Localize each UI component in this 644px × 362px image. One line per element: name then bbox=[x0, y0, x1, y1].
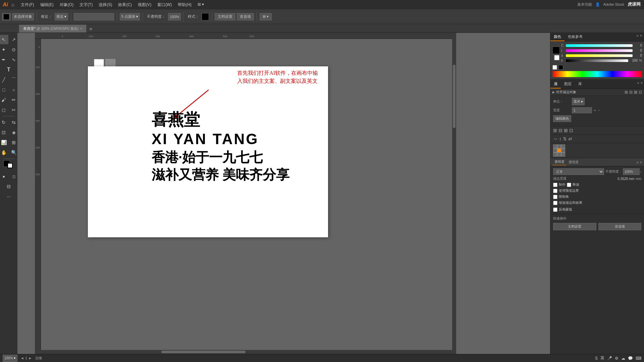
ref-pt-5[interactable] bbox=[557, 148, 561, 153]
blend-mode-select[interactable]: 正常 bbox=[553, 168, 604, 175]
prefs-btn[interactable]: 首选项 bbox=[237, 13, 254, 20]
grid-icon-3[interactable]: ⊠ bbox=[564, 128, 568, 133]
more-tools-icon[interactable]: ··· bbox=[4, 192, 13, 201]
minimize-panel-icon[interactable]: » bbox=[636, 34, 638, 41]
tab-swatch-ref[interactable]: 色板参考 bbox=[565, 33, 586, 41]
width-input[interactable] bbox=[572, 107, 592, 113]
black-swatch[interactable] bbox=[558, 65, 563, 70]
limit-corner-cb[interactable] bbox=[553, 195, 557, 199]
type-tool-icon[interactable]: T bbox=[4, 65, 13, 74]
swatch-white[interactable] bbox=[94, 59, 104, 67]
tab-layers[interactable]: 图层 bbox=[561, 80, 575, 88]
menu-help[interactable]: 帮助(H) bbox=[175, 1, 194, 8]
ref-pt-1[interactable] bbox=[553, 144, 557, 148]
tab-library[interactable]: 库 bbox=[575, 80, 585, 88]
channel-y-slider[interactable] bbox=[566, 54, 633, 57]
align-section-header[interactable]: ▶ 对齐描边对象 ⊞ ⊟ ⊠ ⊡ bbox=[550, 89, 644, 96]
reflect-tool-icon[interactable]: ⇆ bbox=[9, 118, 18, 127]
zoom-tool-icon[interactable]: 🔍 bbox=[9, 148, 18, 157]
menu-effect[interactable]: 效果(C) bbox=[115, 1, 135, 8]
ref-pt-6[interactable] bbox=[561, 148, 565, 153]
line-tool-icon[interactable]: ╱ bbox=[0, 75, 8, 84]
rotate-tool-icon[interactable]: ↻ bbox=[0, 118, 8, 127]
doc-settings-btn[interactable]: 文档设置 bbox=[215, 13, 235, 20]
tab-attr[interactable]: 属 bbox=[550, 80, 561, 88]
close-tab-btn[interactable]: × bbox=[80, 27, 82, 31]
artboard-tool-icon[interactable]: ⊟ bbox=[4, 182, 13, 191]
selection-tool-icon[interactable]: ↖ bbox=[0, 35, 8, 44]
trans-close-icon[interactable]: × bbox=[640, 160, 642, 164]
dist-icon-3[interactable]: ⇅ bbox=[563, 136, 567, 141]
color-mode-icon[interactable]: ■ bbox=[0, 172, 8, 181]
attr-close-icon[interactable]: × bbox=[641, 81, 643, 88]
align-dist-icon[interactable]: ⊠ bbox=[634, 90, 637, 95]
data-tool-icon[interactable]: ⊞ bbox=[9, 138, 18, 147]
decrement-icon[interactable]: − bbox=[598, 109, 600, 112]
trans-min-icon[interactable]: » bbox=[636, 160, 638, 164]
align-more-icon[interactable]: ⊡ bbox=[639, 90, 642, 95]
ellipse-tool-icon[interactable]: ○ bbox=[9, 85, 18, 95]
channel-m-slider[interactable] bbox=[566, 49, 633, 52]
rect-tool-icon[interactable]: □ bbox=[0, 85, 8, 95]
menu-text[interactable]: 文字(T) bbox=[77, 1, 95, 8]
dist-icon-4[interactable]: ⇄ bbox=[568, 136, 572, 141]
align-v-icon[interactable]: ⊟ bbox=[629, 90, 633, 95]
bg-color-swatch[interactable] bbox=[554, 55, 560, 61]
canvas-area[interactable]: 0 100 200 300 400 500 600 0 100 200 300 … bbox=[17, 33, 550, 362]
magic-wand-tool-icon[interactable]: ✦ bbox=[0, 45, 8, 54]
home-icon[interactable]: ⌂ bbox=[11, 2, 14, 7]
settings-icon[interactable]: ⚙ bbox=[615, 356, 619, 361]
adobe-stock-label[interactable]: Adobe Stock bbox=[603, 2, 624, 6]
keyboard-icon[interactable]: ⌨ bbox=[636, 356, 641, 361]
opacity-value[interactable]: 100% bbox=[168, 13, 181, 20]
eraser-tool-icon[interactable]: ◻ bbox=[0, 105, 8, 115]
fg-color-swatch[interactable] bbox=[552, 47, 560, 54]
tab-texture[interactable]: 透明度 bbox=[552, 159, 567, 165]
menu-object[interactable]: 对象(O) bbox=[57, 1, 76, 8]
menu-file[interactable]: 文件(F) bbox=[18, 1, 37, 8]
make-cb[interactable] bbox=[553, 183, 557, 187]
gradient-mode-icon[interactable]: ◫ bbox=[9, 172, 18, 181]
tab-transparency-label[interactable]: 透明度 bbox=[567, 159, 581, 165]
release-cb[interactable] bbox=[567, 183, 571, 187]
direct-select-tool-icon[interactable]: ↗ bbox=[9, 35, 18, 44]
grid-icon-4[interactable]: ⊡ bbox=[569, 128, 573, 133]
menu-view[interactable]: 视图(V) bbox=[135, 1, 154, 8]
grid-icon-1[interactable]: ⊞ bbox=[553, 128, 557, 133]
v-scroll-thumb[interactable] bbox=[453, 65, 455, 128]
text-field[interactable] bbox=[74, 13, 114, 20]
h-scroll-thumb[interactable] bbox=[161, 351, 246, 353]
reverse-mask-cb[interactable] bbox=[553, 207, 557, 212]
quick-prefs-btn[interactable]: 首选项 bbox=[598, 223, 642, 230]
use-preview-cb[interactable] bbox=[553, 189, 557, 193]
close-panel-icon[interactable]: × bbox=[640, 34, 642, 41]
opacity-arrow[interactable]: › bbox=[640, 170, 641, 174]
next-page-btn[interactable]: ► bbox=[29, 356, 32, 360]
channel-c-slider[interactable] bbox=[566, 44, 633, 47]
double-arrow-btn[interactable]: » bbox=[88, 25, 94, 33]
ref-pt-4[interactable] bbox=[553, 148, 557, 153]
arc-tool-icon[interactable]: ⌒ bbox=[9, 75, 18, 84]
ref-pt-8[interactable] bbox=[557, 153, 561, 157]
points-select[interactable]: 5 点圆形▾ bbox=[120, 13, 140, 20]
hand-tool-icon[interactable]: ✋ bbox=[0, 148, 8, 157]
attr-min-icon[interactable]: » bbox=[637, 81, 639, 88]
user-icon[interactable]: 👤 bbox=[595, 2, 600, 7]
grid-icon-2[interactable]: ⊟ bbox=[558, 128, 562, 133]
vertical-scrollbar[interactable] bbox=[452, 33, 456, 350]
curvature-tool-icon[interactable]: ∿ bbox=[9, 55, 18, 64]
arrange-btn[interactable]: ⊞ ▾ bbox=[260, 13, 272, 20]
paintbrush-tool-icon[interactable]: 🖌 bbox=[0, 95, 8, 105]
zoom-select[interactable]: 100%▾ bbox=[3, 355, 17, 362]
horizontal-scrollbar[interactable] bbox=[35, 350, 456, 354]
scale-stroke-cb[interactable] bbox=[553, 201, 557, 205]
voice-icon[interactable]: 🎤 bbox=[607, 356, 612, 361]
swatch-gray[interactable] bbox=[105, 59, 115, 67]
tool-color-fg[interactable] bbox=[2, 13, 11, 20]
workspace-label[interactable]: 基本功能 bbox=[577, 2, 592, 7]
ref-pt-9[interactable] bbox=[561, 153, 565, 157]
menu-extra[interactable]: ⊞ ▾ bbox=[195, 1, 207, 8]
shear-tool-icon[interactable]: ◈ bbox=[9, 128, 18, 137]
graph-tool-icon[interactable]: 📊 bbox=[0, 138, 8, 147]
color-spectrum-bar[interactable] bbox=[552, 71, 642, 77]
